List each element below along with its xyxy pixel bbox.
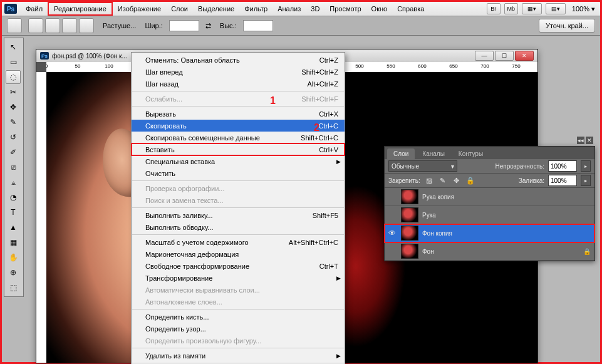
menu-файл[interactable]: Файл	[21, 3, 48, 14]
window-close-button[interactable]: ✕	[515, 51, 534, 61]
lock-pixels-icon[interactable]: ✎	[438, 175, 448, 185]
zoom-level[interactable]: 100% ▾	[572, 5, 595, 13]
refine-edge-button[interactable]: Уточн. край...	[539, 19, 595, 33]
width-input[interactable]	[169, 20, 199, 31]
menu-item: Автоматически выравнивать слои...	[132, 284, 345, 296]
menu-item[interactable]: Трансформирование▶	[132, 272, 345, 284]
menu-separator	[132, 106, 344, 107]
menu-item[interactable]: Очистить	[132, 167, 345, 179]
tool-0[interactable]: ↖	[6, 40, 21, 54]
layer-thumbnail[interactable]	[401, 244, 418, 259]
minibridge-button[interactable]: Mb	[504, 3, 518, 14]
layer-list: Рука копияРука👁Фон копияФон🔒	[385, 188, 594, 261]
tool-15[interactable]: ⊕	[6, 266, 21, 279]
menu-item[interactable]: Шаг впередShift+Ctrl+Z	[132, 66, 345, 78]
height-input[interactable]	[243, 20, 273, 31]
screen-mode-button[interactable]: ▦▾	[522, 3, 542, 14]
window-max-button[interactable]: ☐	[495, 51, 514, 61]
menu-3d[interactable]: 3D	[306, 3, 324, 14]
tool-2[interactable]: ◌	[6, 70, 21, 84]
menu-item[interactable]: Определить узор...	[132, 323, 345, 335]
layer-row[interactable]: 👁Фон копия	[385, 224, 594, 242]
lock-all-icon[interactable]: 🔒	[465, 175, 475, 185]
width-label: Шир.:	[145, 22, 162, 29]
menu-shortcut: Alt+Ctrl+Z	[294, 80, 338, 88]
menu-выделение[interactable]: Выделение	[193, 3, 239, 14]
menu-справка[interactable]: Справка	[392, 3, 429, 14]
layers-tab[interactable]: Каналы	[416, 148, 451, 159]
panel-close-icon[interactable]: ✕	[586, 137, 593, 144]
sel-new[interactable]	[28, 18, 43, 33]
layer-thumbnail[interactable]	[401, 189, 418, 204]
layer-row[interactable]: Рука копия	[385, 188, 594, 206]
tool-5[interactable]: ✎	[6, 115, 21, 129]
lock-position-icon[interactable]: ✥	[452, 175, 462, 185]
tool-3[interactable]: ✂	[6, 85, 21, 99]
arrange-button[interactable]: ▤▾	[546, 3, 566, 14]
tool-13[interactable]: ▦	[6, 236, 21, 249]
layers-tab[interactable]: Слои	[387, 148, 415, 159]
tool-8[interactable]: ⎚	[6, 160, 21, 174]
annotation-1: 1	[270, 95, 276, 107]
tool-7[interactable]: ✐	[6, 145, 21, 159]
menu-item[interactable]: Удалить из памяти▶	[132, 350, 345, 361]
ruler-tick: 0	[46, 63, 62, 69]
feather-label: Растуше...	[103, 22, 136, 29]
opacity-input[interactable]: 100%	[548, 160, 577, 172]
visibility-toggle[interactable]	[387, 246, 397, 256]
menu-item[interactable]: Марионеточная деформация	[132, 248, 345, 260]
sel-add[interactable]	[45, 18, 60, 33]
menu-item[interactable]: Шаг назадAlt+Ctrl+Z	[132, 78, 345, 90]
menu-item[interactable]: Масштаб с учетом содержимогоAlt+Shift+Ct…	[132, 236, 345, 248]
menu-item[interactable]: Выполнить обводку...	[132, 221, 345, 233]
menu-item[interactable]: ВырезатьCtrl+X	[132, 108, 345, 120]
visibility-toggle[interactable]	[387, 192, 397, 202]
menu-изображение[interactable]: Изображение	[113, 3, 166, 14]
menu-item-label: Определить узор...	[145, 325, 206, 333]
opacity-arrow[interactable]: ▸	[581, 160, 591, 172]
menu-слои[interactable]: Слои	[166, 3, 193, 14]
menu-фильтр[interactable]: Фильтр	[239, 3, 272, 14]
menu-item[interactable]: Скопировать совмещенные данныеShift+Ctrl…	[132, 132, 345, 143]
menu-окно[interactable]: Окно	[366, 3, 393, 14]
swap-icon[interactable]: ⇄	[205, 22, 211, 30]
fill-input[interactable]: 100%	[548, 175, 577, 186]
menu-item[interactable]: Специальная вставка▶	[132, 155, 345, 167]
tool-12[interactable]: ▲	[6, 221, 21, 234]
menu-редактирование[interactable]: Редактирование	[48, 2, 113, 16]
sel-sub[interactable]	[62, 18, 77, 33]
sel-int[interactable]	[79, 18, 94, 33]
tool-10[interactable]: ◔	[6, 190, 21, 204]
menu-просмотр[interactable]: Просмотр	[324, 3, 366, 14]
tool-6[interactable]: ↺	[6, 130, 21, 144]
layer-row[interactable]: Рука	[385, 206, 594, 224]
window-min-button[interactable]: —	[475, 51, 494, 61]
menu-item[interactable]: СкопироватьCtrl+C	[132, 120, 345, 132]
lock-transparent-icon[interactable]: ▨	[424, 175, 434, 185]
menu-item[interactable]: Отменить: Овальная областьCtrl+Z	[132, 54, 345, 66]
visibility-toggle[interactable]	[387, 210, 397, 220]
menu-item[interactable]: Выполнить заливку...Shift+F5	[132, 209, 345, 221]
fill-arrow[interactable]: ▸	[581, 175, 591, 186]
tool-11[interactable]: T	[6, 205, 21, 219]
panel-collapse-icon[interactable]: ◂◂	[577, 137, 584, 144]
tool-16[interactable]: ⬚	[6, 281, 21, 294]
menu-shortcut: Ctrl+Z	[307, 56, 338, 64]
tool-preset[interactable]	[7, 18, 22, 33]
layer-thumbnail[interactable]	[401, 226, 418, 241]
tool-14[interactable]: ✋	[6, 251, 21, 264]
layer-thumbnail[interactable]	[401, 207, 418, 222]
tool-4[interactable]: ✥	[6, 100, 21, 114]
tool-1[interactable]: ▭	[6, 55, 21, 69]
menu-анализ[interactable]: Анализ	[272, 3, 306, 14]
tool-9[interactable]: ⟁	[6, 175, 21, 189]
lock-label: Закрепить:	[388, 177, 420, 184]
blend-mode-select[interactable]: Обычные▾	[388, 160, 457, 172]
menu-item[interactable]: Определить кисть...	[132, 311, 345, 323]
layers-tab[interactable]: Контуры	[452, 148, 489, 159]
bridge-button[interactable]: Br	[487, 3, 501, 14]
visibility-toggle[interactable]: 👁	[387, 228, 397, 238]
menu-item[interactable]: ВставитьCtrl+V	[132, 143, 345, 155]
layer-row[interactable]: Фон🔒	[385, 242, 594, 261]
menu-item[interactable]: Свободное трансформированиеCtrl+T	[132, 260, 345, 272]
